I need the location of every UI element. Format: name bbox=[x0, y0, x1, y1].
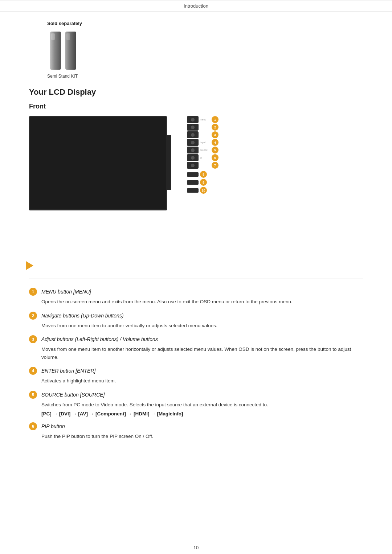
sold-separately-label: Sold separately bbox=[47, 21, 363, 26]
control-row-7: 7 bbox=[187, 162, 219, 169]
feature-header-3: 3 Adjust buttons (Left-Right buttons) / … bbox=[29, 335, 363, 343]
feature-desc-3: Moves from one menu item to another hori… bbox=[41, 345, 363, 361]
feature-header-4: 4 ENTER button [ENTER] bbox=[29, 367, 363, 375]
source-chain: [PC] → [DVI] → [AV] → [Component] → [HDM… bbox=[41, 411, 363, 416]
ctrl-dot-2 bbox=[191, 126, 195, 129]
feature-title-6: PIP button bbox=[41, 423, 65, 429]
feature-desc-6: Push the PIP button to turn the PIP scre… bbox=[41, 432, 363, 440]
control-row-6: tv 6 bbox=[187, 154, 219, 161]
ctrl-bar-8 bbox=[187, 172, 199, 177]
sold-separately-section: Sold separately bbox=[29, 21, 363, 79]
feature-item-3: 3 Adjust buttons (Left-Right buttons) / … bbox=[29, 335, 363, 361]
page-number: 10 bbox=[193, 545, 199, 550]
stand-image-container: Semi Stand KIT bbox=[47, 30, 363, 79]
stand-kit-caption: Semi Stand KIT bbox=[47, 74, 78, 79]
control-row-3: 3 bbox=[187, 131, 219, 138]
control-row-10: 10 bbox=[187, 187, 219, 194]
control-row-2: 2 bbox=[187, 124, 219, 131]
badge-7: 7 bbox=[212, 162, 219, 169]
control-row-5: source 5 bbox=[187, 147, 219, 153]
header-title: Introduction bbox=[184, 3, 208, 9]
ctrl-dot-6 bbox=[191, 156, 195, 160]
feature-header-5: 5 SOURCE button [SOURCE] bbox=[29, 391, 363, 399]
badge-5: 5 bbox=[212, 147, 219, 153]
badge-10: 10 bbox=[200, 187, 207, 194]
ctrl-dot-1 bbox=[191, 118, 195, 122]
monitor-container bbox=[29, 116, 167, 270]
feature-item-6: 6 PIP button Push the PIP button to turn… bbox=[29, 422, 363, 440]
badge-num-2: 2 bbox=[29, 312, 37, 320]
svg-rect-3 bbox=[66, 33, 70, 40]
badge-8: 8 bbox=[200, 171, 207, 178]
feature-header-6: 6 PIP button bbox=[29, 422, 363, 430]
feature-item-5: 5 SOURCE button [SOURCE] Switches from P… bbox=[29, 391, 363, 416]
feature-title-2: Navigate buttons (Up-Down buttons) bbox=[41, 313, 123, 319]
ctrl-dot-5 bbox=[191, 148, 195, 152]
badge-4: 4 bbox=[212, 139, 219, 146]
badge-num-3: 3 bbox=[29, 335, 37, 343]
feature-title-4: ENTER button [ENTER] bbox=[41, 368, 95, 374]
content-area: Sold separately bbox=[0, 21, 392, 440]
control-row-1: menu 1 bbox=[187, 116, 219, 123]
divider-1 bbox=[29, 279, 363, 279]
badge-num-4: 4 bbox=[29, 367, 37, 375]
badge-3: 3 bbox=[212, 131, 219, 138]
feature-desc-2: Moves from one menu item to another vert… bbox=[41, 322, 363, 330]
ctrl-label-menu: menu bbox=[200, 118, 210, 121]
badge-1: 1 bbox=[212, 116, 219, 123]
arrow-indicator bbox=[26, 261, 33, 270]
ctrl-chip-7 bbox=[187, 162, 199, 169]
ctrl-chip-4 bbox=[187, 139, 199, 146]
badge-num-1: 1 bbox=[29, 288, 37, 296]
ctrl-label-source: source bbox=[200, 149, 210, 151]
monitor-screen bbox=[29, 116, 167, 210]
control-row-4: input 4 bbox=[187, 139, 219, 146]
feature-item-2: 2 Navigate buttons (Up-Down buttons) Mov… bbox=[29, 312, 363, 330]
badge-num-6: 6 bbox=[29, 422, 37, 430]
feature-title-1: MENU button [MENU] bbox=[41, 289, 91, 295]
page-header: Introduction bbox=[0, 0, 392, 12]
front-title: Front bbox=[29, 103, 363, 110]
svg-rect-1 bbox=[51, 33, 55, 40]
feature-title-3: Adjust buttons (Left-Right buttons) / Vo… bbox=[41, 336, 158, 342]
stand-kit-image bbox=[47, 30, 80, 71]
badge-9: 9 bbox=[200, 179, 207, 186]
ctrl-chip-2 bbox=[187, 124, 199, 131]
bar-controls: 8 9 10 bbox=[187, 171, 219, 194]
ctrl-chip-3 bbox=[187, 131, 199, 138]
feature-header-1: 1 MENU button [MENU] bbox=[29, 288, 363, 296]
monitor-side-panel bbox=[166, 135, 171, 190]
controls-panel: menu 1 2 3 bbox=[187, 116, 219, 194]
ctrl-label-tv: tv bbox=[200, 156, 210, 159]
ctrl-bar-10 bbox=[187, 188, 199, 193]
ctrl-dot-4 bbox=[191, 141, 195, 144]
control-row-9: 9 bbox=[187, 179, 219, 186]
ctrl-chip-5 bbox=[187, 147, 199, 153]
feature-item-4: 4 ENTER button [ENTER] Activates a highl… bbox=[29, 367, 363, 385]
badge-6: 6 bbox=[212, 154, 219, 161]
feature-desc-1: Opens the on-screen menu and exits from … bbox=[41, 298, 363, 306]
page-footer: 10 bbox=[0, 541, 392, 554]
front-diagram: menu 1 2 3 bbox=[29, 116, 363, 270]
ctrl-chip-1 bbox=[187, 116, 199, 123]
badge-num-5: 5 bbox=[29, 391, 37, 399]
feature-desc-5: Switches from PC mode to Video mode. Sel… bbox=[41, 401, 363, 409]
feature-header-2: 2 Navigate buttons (Up-Down buttons) bbox=[29, 312, 363, 320]
feature-item-1: 1 MENU button [MENU] Opens the on-screen… bbox=[29, 288, 363, 306]
badge-2: 2 bbox=[212, 124, 219, 131]
feature-desc-4: Activates a highlighted menu item. bbox=[41, 377, 363, 385]
control-row-8: 8 bbox=[187, 171, 219, 178]
ctrl-dot-7 bbox=[191, 164, 195, 167]
feature-list: 1 MENU button [MENU] Opens the on-screen… bbox=[29, 288, 363, 440]
feature-title-5: SOURCE button [SOURCE] bbox=[41, 392, 105, 398]
lcd-display-title: Your LCD Display bbox=[29, 87, 363, 97]
ctrl-chip-6 bbox=[187, 154, 199, 161]
ctrl-bar-9 bbox=[187, 180, 199, 185]
ctrl-label-input: input bbox=[200, 141, 210, 144]
ctrl-dot-3 bbox=[191, 133, 195, 137]
